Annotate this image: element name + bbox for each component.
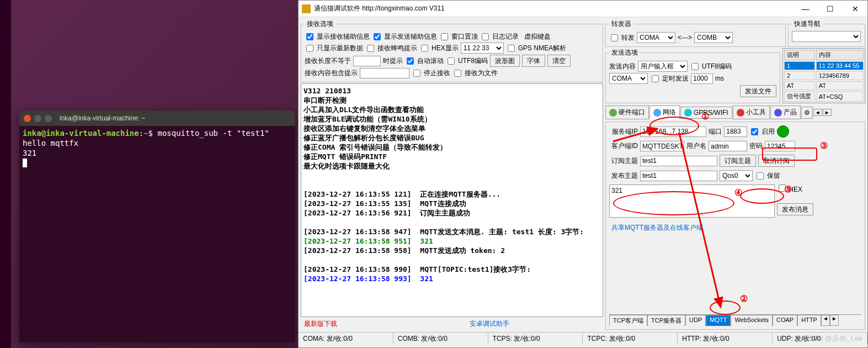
ubuntu-desktop: inka@inka-virtual-machine: ~ inka@inka-v… [0,0,298,348]
send-utf8-checkbox[interactable] [691,63,699,70]
status-http: HTTP: 发/收:0/0 [678,333,773,344]
watermark: CSDN @乐亦_Lee [802,334,862,344]
send-content-select[interactable]: 用户输入框 [638,61,688,72]
table-row: 信号强度AT+CSQ [784,91,864,102]
hex-checkbox[interactable] [779,184,786,192]
wifi-icon [684,109,692,117]
log-checkbox[interactable] [482,33,489,40]
gps-checkbox[interactable] [508,45,515,52]
interval-input[interactable] [691,73,713,84]
subscribe-topic-input[interactable] [640,156,717,166]
retain-checkbox[interactable] [757,172,764,180]
gear-icon: ⚙ [804,109,810,117]
beep-checkbox[interactable] [367,45,374,52]
close-icon[interactable] [24,115,31,122]
utf8-checkbox[interactable] [448,57,455,65]
hex-disp-checkbox[interactable] [421,45,428,52]
forward-a-select[interactable]: COMA [637,32,675,43]
subscribe-button[interactable]: 订阅主题 [720,155,756,167]
maximize-icon[interactable] [45,115,52,122]
stop-recv-checkbox[interactable] [413,70,420,77]
recv-options-group: 接收选项 显示接收辅助信息 显示发送辅助信息 窗口置顶 日志记录 虚拟键盘 只显… [301,19,603,82]
chip-icon [609,109,617,117]
subtab-scroll-right[interactable]: ► [830,315,839,326]
subtab-tcp-client[interactable]: TCP客户端 [609,315,647,326]
forward-checkbox[interactable] [611,34,618,41]
minimize-button[interactable]: — [793,1,818,17]
waveform-button[interactable]: 波形图 [490,55,520,67]
info-table[interactable]: 说明内容 111 22 33 44 55 2123456789 ATAT 信号强… [782,48,865,103]
publish-topic-input[interactable] [640,171,717,181]
subtab-tcp-server[interactable]: TCP服务器 [647,315,685,326]
forward-group: 转发器 转发 COMA <---> COMB [605,19,786,47]
forward-b-select[interactable]: COMB [694,32,733,43]
qos-select[interactable]: Qos0 [720,170,753,181]
close-button[interactable]: ✕ [843,1,867,17]
ubuntu-topbar [0,0,11,348]
titlebar[interactable]: 通信猫调试软件 http://tongxinmao.com V311 — ☐ ✕ [299,1,867,17]
table-row: 111 22 33 44 55 [784,61,864,70]
as-file-checkbox[interactable] [454,70,461,77]
send-options-group: 发送选项 发送内容 用户输入框 UTF8编码 COMA 定时发送 ms 发送文件 [605,48,780,103]
terminal-body[interactable]: inka@inka-virtual-machine:~$ mosquitto_s… [19,126,295,170]
clear-button[interactable]: 清空 [547,55,571,67]
log-textarea[interactable]: V312 210813串口断开检测小工具加入DLL文件导出函数查看功能增加蓝牙B… [301,83,603,317]
tab-network[interactable]: 网络 [649,106,680,119]
tab-hardware[interactable]: 硬件端口 [605,106,649,119]
network-panel: 服务端IP 端口 启用 客户端ID 用户名 密码 订阅主题 [605,122,865,330]
network-subtabs: TCP客户端 TCP服务器 UDP MQTT WebSockets COAP H… [609,314,861,326]
quicknav-group: 快速导航 [788,19,865,47]
app-icon [302,4,311,13]
tab-settings[interactable]: ⚙ [801,107,813,119]
timed-send-checkbox[interactable] [652,75,659,82]
table-row: 2123456789 [784,71,864,80]
tab-products[interactable]: 产品 [770,106,801,119]
status-indicator-icon [777,125,789,138]
send-file-button[interactable]: 发送文件 [740,85,776,97]
subtab-http[interactable]: HTTP [797,315,821,326]
latest-download-link[interactable]: 最新版下载 [304,319,337,329]
tab-tools[interactable]: 小工具 [733,106,770,119]
tab-gprs[interactable]: GPRS/WIFI [680,107,732,119]
enable-checkbox[interactable] [751,128,758,135]
send-port-select[interactable]: COMA [609,73,648,84]
quicknav-select[interactable] [792,31,861,42]
autoscroll-checkbox[interactable] [407,57,414,65]
publish-button[interactable]: 发布消息 [777,203,813,215]
main-tabs: 硬件端口 网络 GPRS/WIFI 小工具 产品 ⚙ ◄ ► [605,106,865,119]
subtab-coap[interactable]: COAP [773,315,797,326]
unsubscribe-button[interactable]: 取消订阅 [758,155,795,167]
show-aux-checkbox[interactable] [306,33,313,40]
message-textarea[interactable]: 321 [609,184,775,218]
terminal-titlebar[interactable]: inka@inka-virtual-machine: ~ [19,110,295,126]
cursor-icon [23,159,27,167]
terminal-output-2: 321 [23,149,36,157]
subtab-scroll-left[interactable]: ◄ [821,315,830,326]
len-input[interactable] [353,56,381,66]
password-input[interactable] [765,141,795,151]
maximize-button[interactable]: ☐ [818,1,843,17]
subtab-websockets[interactable]: WebSockets [731,315,773,326]
client-id-input[interactable] [640,141,684,151]
show-send-aux-checkbox[interactable] [374,33,381,40]
contains-input[interactable] [360,68,409,78]
tab-scroll-left[interactable]: ◄ [813,109,822,116]
hex-select[interactable]: 11 22 33 [461,43,504,54]
port-input[interactable] [724,126,747,137]
topmost-checkbox[interactable] [441,33,448,40]
username-input[interactable] [709,141,747,151]
share-mqtt-link[interactable]: 共享MQTT服务器及在线客户端 [609,221,861,235]
subtab-udp[interactable]: UDP [685,315,706,326]
subtab-mqtt[interactable]: MQTT [706,315,731,326]
minimize-icon[interactable] [34,115,41,122]
font-button[interactable]: 字体 [522,55,545,67]
android-helper-link[interactable]: 安卓调试助手 [470,319,509,329]
server-ip-input[interactable] [640,126,706,137]
only-latest-checkbox[interactable] [306,45,313,52]
product-icon [774,109,782,117]
terminal-title: inka@inka-virtual-machine: ~ [60,114,145,122]
status-tcpc: TCPC: 发/收:0/0 [583,333,678,344]
tab-scroll-right[interactable]: ► [823,109,832,116]
terminal-command: mosquitto_sub -t "test1" [157,129,269,138]
terminal-window: inka@inka-virtual-machine: ~ inka@inka-v… [19,110,295,342]
